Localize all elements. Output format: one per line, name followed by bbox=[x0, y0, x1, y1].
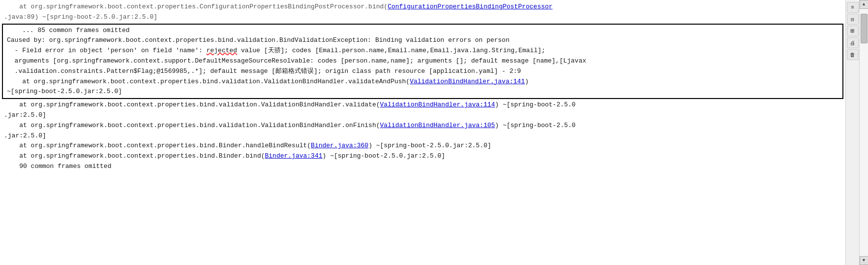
after-line-6: at org.springframework.boot.context.prop… bbox=[0, 151, 845, 162]
after-text-4: .jar:2.5.0] bbox=[4, 132, 46, 139]
scroll-down-icon: ▼ bbox=[863, 258, 865, 263]
link-binder-341[interactable]: Binder.java:341 bbox=[265, 152, 323, 160]
after-line-3: at org.springframework.boot.context.prop… bbox=[0, 121, 845, 131]
scroll-thumb[interactable] bbox=[861, 14, 868, 43]
block-line-2: Caused by: org.springframework.boot.cont… bbox=[5, 35, 840, 46]
delete-icon[interactable]: 🗑 bbox=[847, 49, 859, 60]
link-binder-360[interactable]: Binder.java:360 bbox=[311, 142, 368, 149]
block-text-2: Caused by: org.springframework.boot.cont… bbox=[7, 36, 509, 44]
block-text-6-post: ) bbox=[525, 78, 529, 85]
after-text-5-post: ) ~[spring-boot-2.5.0.jar:2.5.0] bbox=[368, 142, 491, 149]
block-text-6-pre: at org.springframework.boot.context.prop… bbox=[7, 78, 410, 85]
after-line-5: at org.springframework.boot.context.prop… bbox=[0, 141, 845, 151]
collapse-icon[interactable]: ⊟ bbox=[847, 14, 859, 25]
scroll-up-button[interactable]: ▲ bbox=[860, 0, 868, 9]
text-before-1: at org.springframework.boot.context.prop… bbox=[4, 3, 388, 10]
block-line-1: ... 85 common frames omitted bbox=[5, 26, 840, 36]
print-icon[interactable]: 🖨 bbox=[847, 37, 859, 48]
after-line-7: 90 common frames omitted bbox=[0, 162, 845, 172]
link-validation-bind-handler-114[interactable]: ValidationBindHandler.java:114 bbox=[380, 101, 495, 108]
scroll-track[interactable] bbox=[860, 9, 868, 256]
after-text-2: .jar:2.5.0] bbox=[4, 111, 46, 119]
block-line-7: ~[spring-boot-2.5.0.jar:2.5.0] bbox=[5, 87, 840, 97]
block-line-6: at org.springframework.boot.context.prop… bbox=[5, 77, 840, 87]
after-text-3-post: ) ~[spring-boot-2.5.0 bbox=[495, 122, 576, 129]
content-area: at org.springframework.boot.context.prop… bbox=[0, 0, 845, 265]
vertical-scrollbar[interactable]: ▲ ▼ bbox=[859, 0, 868, 265]
text-before-2: .java:89) ~[spring-boot-2.5.0.jar:2.5.0] bbox=[4, 13, 157, 21]
after-line-2: .jar:2.5.0] bbox=[0, 110, 845, 121]
link-validation-bind-handler-141[interactable]: ValidationBindHandler.java:141 bbox=[410, 78, 525, 85]
after-line-4: .jar:2.5.0] bbox=[0, 131, 845, 141]
link-validation-bind-handler-105[interactable]: ValidationBindHandler.java:105 bbox=[380, 122, 495, 129]
block-line-3: - Field error in object 'person' on fiel… bbox=[5, 46, 840, 56]
side-icon-panel: ≡ ⊟ ⊞ 🖨 🗑 bbox=[845, 0, 859, 265]
block-text-4: arguments [org.springframework.context.s… bbox=[7, 57, 586, 65]
after-text-7: 90 common frames omitted bbox=[4, 163, 111, 170]
after-text-6-post: ) ~[spring-boot-2.5.0.jar:2.5.0] bbox=[323, 152, 446, 160]
scroll-up-icon: ▲ bbox=[863, 2, 865, 7]
after-text-5-pre: at org.springframework.boot.context.prop… bbox=[4, 142, 311, 149]
after-text-1-pre: at org.springframework.boot.context.prop… bbox=[4, 101, 380, 108]
wrap-lines-icon[interactable]: ≡ bbox=[847, 2, 859, 13]
block-text-5: .validation.constraints.Pattern$Flag;@15… bbox=[7, 67, 521, 75]
after-text-6-pre: at org.springframework.boot.context.prop… bbox=[4, 152, 265, 160]
scroll-down-button[interactable]: ▼ bbox=[860, 256, 868, 265]
rejected-word: rejected bbox=[207, 47, 237, 54]
block-text-7: ~[spring-boot-2.5.0.jar:2.5.0] bbox=[7, 88, 122, 95]
block-line-4: arguments [org.springframework.context.s… bbox=[5, 56, 840, 66]
log-line-before-2: .java:89) ~[spring-boot-2.5.0.jar:2.5.0] bbox=[0, 12, 845, 23]
main-container: at org.springframework.boot.context.prop… bbox=[0, 0, 868, 265]
link-config-props[interactable]: ConfigurationPropertiesBindingPostProces… bbox=[388, 3, 552, 10]
after-text-3-pre: at org.springframework.boot.context.prop… bbox=[4, 122, 380, 129]
log-line-before-1: at org.springframework.boot.context.prop… bbox=[0, 2, 845, 12]
after-line-1: at org.springframework.boot.context.prop… bbox=[0, 100, 845, 110]
block-line-5: .validation.constraints.Pattern$Flag;@15… bbox=[5, 66, 840, 77]
highlighted-block: ... 85 common frames omitted Caused by: … bbox=[2, 24, 843, 99]
block-text-3-pre: - Field error in object 'person' on fiel… bbox=[7, 47, 207, 54]
expand-icon[interactable]: ⊞ bbox=[847, 26, 859, 36]
block-text-3-post: value [天骄]; codes [Email.person.name,Ema… bbox=[237, 47, 545, 54]
after-text-1-post: ) ~[spring-boot-2.5.0 bbox=[495, 101, 576, 108]
block-text-1: ... 85 common frames omitted bbox=[7, 27, 130, 34]
